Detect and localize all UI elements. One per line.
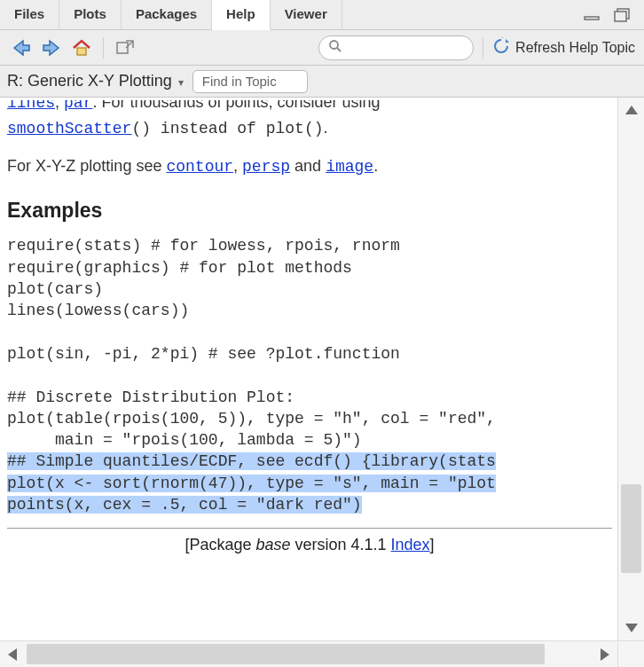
help-content[interactable]: lines, par. For thousands of points, con…: [0, 98, 617, 640]
toolbar-separator: [103, 37, 104, 59]
link-par[interactable]: par: [64, 100, 92, 112]
svg-marker-8: [625, 106, 638, 114]
scroll-left-arrow[interactable]: [0, 641, 25, 667]
code-block-selected[interactable]: ## Simple quantiles/ECDF, see ecdf() {li…: [7, 451, 612, 515]
help-search-box[interactable]: [318, 35, 474, 60]
svg-rect-0: [585, 17, 599, 20]
tab-help[interactable]: Help: [212, 0, 271, 30]
divider: [7, 528, 612, 529]
search-icon: [328, 39, 342, 56]
tab-files[interactable]: Files: [0, 0, 59, 29]
help-toolbar: Refresh Help Topic: [0, 30, 644, 66]
minimize-icon[interactable]: [580, 3, 605, 27]
svg-marker-11: [601, 648, 609, 661]
refresh-help-topic-button[interactable]: Refresh Help Topic: [492, 37, 635, 59]
tab-packages[interactable]: Packages: [122, 0, 212, 29]
link-smoothscatter[interactable]: smoothScatter: [7, 120, 131, 137]
find-in-topic-input[interactable]: Find in Topic: [192, 70, 308, 93]
help-topic-title: R: Generic X-Y Plotting: [7, 72, 172, 90]
svg-marker-7: [506, 39, 509, 43]
back-button[interactable]: [9, 35, 34, 60]
vertical-scroll-thumb[interactable]: [621, 484, 641, 573]
svg-rect-2: [615, 12, 626, 21]
pane-window-controls: [580, 0, 644, 29]
maximize-icon[interactable]: [610, 3, 635, 27]
home-button[interactable]: [69, 35, 94, 60]
smoothscatter-line: smoothScatter() instead of plot().: [7, 117, 612, 139]
svg-marker-10: [8, 648, 17, 661]
vertical-scrollbar[interactable]: [617, 98, 644, 640]
examples-heading: Examples: [7, 197, 612, 224]
link-lines[interactable]: lines: [7, 100, 55, 112]
forward-button[interactable]: [39, 35, 64, 60]
help-topic-bar: R: Generic X-Y Plotting ▾ Find in Topic: [0, 66, 644, 98]
link-persp[interactable]: persp: [242, 158, 290, 176]
pane-tabbar: Files Plots Packages Help Viewer: [0, 0, 644, 30]
refresh-icon: [492, 37, 510, 59]
help-viewport: lines, par. For thousands of points, con…: [0, 98, 644, 667]
tab-plots[interactable]: Plots: [59, 0, 122, 29]
svg-marker-9: [625, 624, 638, 632]
package-footer: [Package base version 4.1.1 Index]: [7, 534, 612, 555]
link-contour[interactable]: contour: [166, 158, 233, 176]
link-image[interactable]: image: [326, 158, 373, 176]
scroll-up-arrow[interactable]: [618, 98, 644, 122]
scroll-down-arrow[interactable]: [618, 616, 644, 640]
svg-line-6: [337, 48, 341, 51]
chevron-down-icon: ▾: [178, 76, 184, 89]
horizontal-scrollbar[interactable]: [0, 640, 617, 667]
svg-point-5: [330, 41, 338, 49]
link-index[interactable]: Index: [391, 536, 430, 553]
tab-viewer[interactable]: Viewer: [271, 0, 342, 29]
partial-line: lines, par. For thousands of points, con…: [7, 98, 612, 113]
scroll-corner: [617, 640, 644, 667]
horizontal-scroll-thumb[interactable]: [27, 644, 545, 664]
xyz-line: For X-Y-Z plotting see contour, persp an…: [7, 155, 612, 177]
scroll-right-arrow[interactable]: [593, 641, 617, 667]
help-search-input[interactable]: [348, 40, 464, 56]
help-topic-dropdown[interactable]: R: Generic X-Y Plotting ▾: [5, 72, 184, 90]
toolbar-separator-2: [483, 37, 483, 59]
popout-button[interactable]: [113, 35, 137, 60]
refresh-label: Refresh Help Topic: [515, 40, 635, 56]
code-block[interactable]: require(stats) # for lowess, rpois, rnor…: [7, 235, 612, 451]
svg-rect-3: [77, 48, 86, 55]
